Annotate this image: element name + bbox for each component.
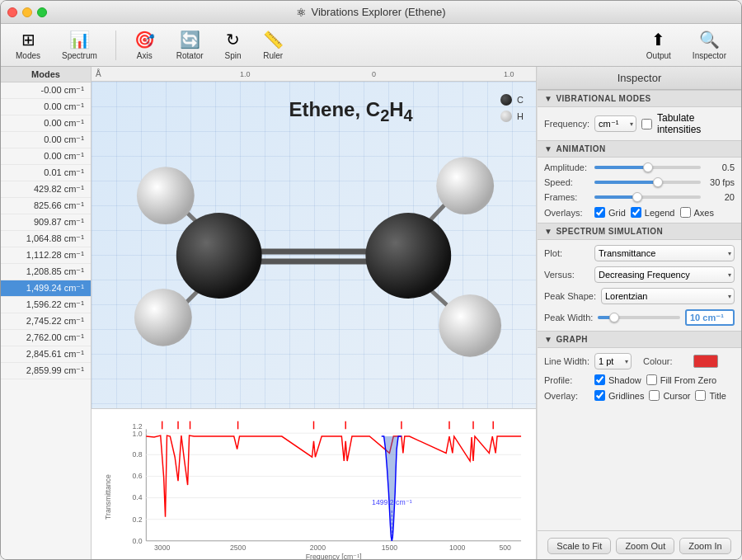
speed-label: Speed: <box>544 177 589 187</box>
mode-item[interactable]: 2,745.22 cm⁻¹ <box>1 313 91 330</box>
viewer-canvas[interactable]: Ethene, C2H4 C H <box>92 82 536 408</box>
cursor-row: Cursor <box>649 390 690 401</box>
mode-item[interactable]: 2,859.99 cm⁻¹ <box>1 363 91 379</box>
axis-toolbar-button[interactable]: 🎯 Axis <box>128 26 162 64</box>
mode-item[interactable]: 0.00 cm⁻¹ <box>1 132 91 148</box>
shadow-checkbox[interactable] <box>594 374 605 385</box>
mode-item[interactable]: 825.66 cm⁻¹ <box>1 198 91 214</box>
frames-slider[interactable] <box>594 195 701 199</box>
legend-checkbox-row: Legend <box>631 207 675 218</box>
gridlines-label: Gridlines <box>608 391 644 401</box>
fill-from-zero-label: Fill From Zero <box>660 375 716 385</box>
svg-text:1000: 1000 <box>449 544 465 552</box>
mode-item[interactable]: 0.01 cm⁻¹ <box>1 165 91 181</box>
rotator-icon: 🔄 <box>180 30 200 49</box>
mode-item[interactable]: 0.00 cm⁻¹ <box>1 99 91 115</box>
title-icon: ⚛ <box>296 6 307 19</box>
svg-text:0.2: 0.2 <box>132 515 142 524</box>
versus-select[interactable]: Decreasing Frequency Increasing Frequenc… <box>594 266 735 283</box>
svg-text:0.4: 0.4 <box>132 493 142 501</box>
peak-shape-select-wrapper[interactable]: Lorentzian Gaussian ▾ <box>601 288 735 304</box>
colour-swatch[interactable] <box>693 355 718 368</box>
overlays-label: Overlays: <box>544 208 589 218</box>
profile-label: Profile: <box>544 375 589 385</box>
zoom-in-button[interactable]: Zoom In <box>679 538 730 554</box>
close-button[interactable] <box>7 7 17 17</box>
speed-fill <box>594 181 658 184</box>
mode-item[interactable]: -0.00 cm⁻¹ <box>1 82 91 99</box>
mode-item[interactable]: 429.82 cm⁻¹ <box>1 181 91 198</box>
frequency-unit-wrapper[interactable]: cm⁻¹ ▾ <box>594 115 636 132</box>
peak-width-input[interactable] <box>685 309 735 326</box>
peak-width-slider[interactable] <box>598 316 680 319</box>
peak-shape-select[interactable]: Lorentzian Gaussian <box>601 288 735 304</box>
spectrum-sim-arrow: ▼ <box>544 227 552 236</box>
spectrum-sim-content: Plot: Transmittance Absorbance ▾ Versus:… <box>538 240 741 331</box>
mode-item[interactable]: 1,064.88 cm⁻¹ <box>1 231 91 247</box>
tabulate-checkbox[interactable] <box>641 119 652 129</box>
speed-thumb[interactable] <box>653 177 663 187</box>
axes-label: Axes <box>694 208 714 218</box>
line-width-select-wrapper[interactable]: 1 pt 2 pt 3 pt ▾ <box>594 353 632 369</box>
line-width-row: Line Width: 1 pt 2 pt 3 pt ▾ Colour: <box>544 353 735 369</box>
legend-checkbox[interactable] <box>631 207 641 218</box>
versus-label: Versus: <box>544 270 589 280</box>
grid-checkbox-row: Grid <box>594 207 626 218</box>
mode-item[interactable]: 1,112.28 cm⁻¹ <box>1 247 91 264</box>
mode-item[interactable]: 0.00 cm⁻¹ <box>1 115 91 132</box>
inspector-icon: 🔍 <box>699 30 720 49</box>
spin-icon: ↻ <box>226 30 240 49</box>
output-toolbar-button[interactable]: ⬆ Output <box>640 26 678 64</box>
traffic-lights <box>7 7 47 17</box>
maximize-button[interactable] <box>37 7 47 17</box>
plot-select-wrapper[interactable]: Transmittance Absorbance ▾ <box>594 245 735 261</box>
cursor-checkbox[interactable] <box>649 390 660 401</box>
amplitude-thumb[interactable] <box>643 162 653 172</box>
spectrum-label: Spectrum <box>62 51 97 60</box>
inspector-toolbar-button[interactable]: 🔍 Inspector <box>686 26 733 64</box>
versus-select-wrapper[interactable]: Decreasing Frequency Increasing Frequenc… <box>594 266 735 283</box>
amplitude-slider[interactable] <box>594 166 701 169</box>
mode-item[interactable]: 2,845.61 cm⁻¹ <box>1 346 91 363</box>
plot-select[interactable]: Transmittance Absorbance <box>594 245 735 261</box>
gridlines-checkbox[interactable] <box>594 390 605 401</box>
rotator-toolbar-button[interactable]: 🔄 Rotator <box>170 26 210 64</box>
toolbar: ⊞ Modes 📊 Spectrum 🎯 Axis 🔄 Rotator ↻ Sp… <box>1 24 741 67</box>
axes-checkbox-row: Axes <box>680 207 714 218</box>
mode-item[interactable]: 2,762.00 cm⁻¹ <box>1 330 91 346</box>
svg-point-9 <box>134 289 192 346</box>
zoom-out-button[interactable]: Zoom Out <box>616 538 674 554</box>
minimize-button[interactable] <box>22 7 32 17</box>
scale-to-fit-button[interactable]: Scale to Fit <box>547 538 611 554</box>
speed-slider[interactable] <box>594 181 701 184</box>
line-width-select[interactable]: 1 pt 2 pt 3 pt <box>594 353 632 369</box>
mode-item[interactable]: 1,499.24 cm⁻¹ <box>1 280 91 297</box>
vib-modes-title: VIBRATIONAL MODES <box>556 94 650 103</box>
svg-point-8 <box>137 167 195 224</box>
legend-item-c: C <box>500 94 524 106</box>
mode-item[interactable]: 0.00 cm⁻¹ <box>1 148 91 165</box>
amplitude-value: 0.5 <box>706 162 735 172</box>
ruler-toolbar-button[interactable]: 📏 Ruler <box>256 26 290 64</box>
viewer-3d[interactable]: Å 1.0 0 1.0 <box>92 67 537 408</box>
peak-width-thumb[interactable] <box>609 313 619 322</box>
svg-text:Transmittance: Transmittance <box>104 474 112 520</box>
frequency-unit-select[interactable]: cm⁻¹ <box>594 115 636 132</box>
mode-item[interactable]: 1,208.85 cm⁻¹ <box>1 264 91 280</box>
overlays-row: Overlays: Grid Legend Axes <box>544 207 735 218</box>
ruler-mark-2: 1.0 <box>504 70 514 78</box>
mode-item[interactable]: 909.87 cm⁻¹ <box>1 214 91 231</box>
overlay-row: Overlay: Gridlines Cursor Title <box>544 390 735 401</box>
peak-width-row: Peak Width: <box>544 309 735 326</box>
hydrogen-label: H <box>517 111 524 121</box>
axes-checkbox[interactable] <box>680 207 691 218</box>
spectrum-sim-title: SPECTRUM SIMULATION <box>556 227 663 236</box>
spin-toolbar-button[interactable]: ↻ Spin <box>218 26 248 64</box>
mode-item[interactable]: 1,596.22 cm⁻¹ <box>1 297 91 313</box>
frames-thumb[interactable] <box>632 192 642 202</box>
modes-toolbar-button[interactable]: ⊞ Modes <box>9 26 47 64</box>
grid-checkbox[interactable] <box>594 207 605 218</box>
spectrum-toolbar-button[interactable]: 📊 Spectrum <box>55 26 104 64</box>
fill-from-zero-checkbox[interactable] <box>646 374 657 385</box>
title-checkbox[interactable] <box>695 390 706 401</box>
